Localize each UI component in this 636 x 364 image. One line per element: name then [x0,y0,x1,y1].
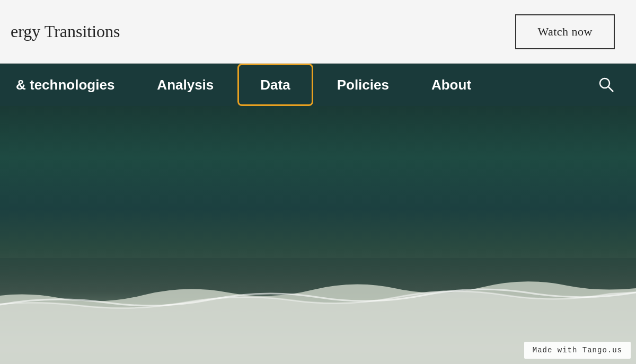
hero-section: Made with Tango.us [0,106,636,364]
tango-watermark: Made with Tango.us [524,342,631,359]
nav-bar: & technologies Analysis Data Policies Ab… [0,64,636,106]
nav-item-data[interactable]: Data [237,64,313,106]
nav-items: & technologies Analysis Data Policies Ab… [11,64,625,106]
search-icon [598,76,615,93]
nav-item-technologies[interactable]: & technologies [11,64,136,106]
search-button[interactable] [587,76,625,93]
watch-now-button[interactable]: Watch now [515,14,615,49]
page-title: ergy Transitions [0,22,120,41]
top-bar: ergy Transitions Watch now [0,0,636,64]
nav-item-policies[interactable]: Policies [316,64,410,106]
svg-line-1 [608,87,613,92]
svg-point-0 [600,78,610,88]
nav-item-analysis[interactable]: Analysis [136,64,235,106]
nav-item-about[interactable]: About [410,64,492,106]
